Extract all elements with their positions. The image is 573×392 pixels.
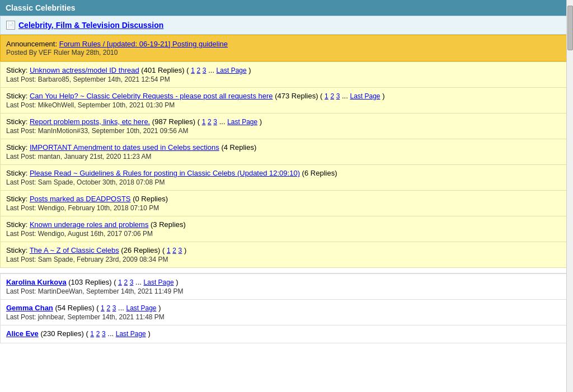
sticky-title-2[interactable]: Can You Help? ~ Classic Celebrity Reques…: [30, 92, 273, 100]
last-post-7: Last Post: Wendigo, August 16th, 2017 07…: [6, 230, 567, 238]
page-link[interactable]: 3: [102, 330, 106, 338]
thread-row-2: Gemma Chan (54 Replies) ( 1 2 3 ... Last…: [0, 300, 573, 325]
sticky-title-3[interactable]: Report problem posts, links, etc here.: [30, 117, 150, 126]
sticky-label-6: Sticky:: [6, 195, 30, 203]
sticky-title-8[interactable]: The A ~ Z of Classic Celebs: [30, 246, 119, 254]
thread-last-post-1: Last Post: MartinDeeWan, September 14th,…: [6, 287, 567, 295]
page-link[interactable]: 1: [118, 278, 122, 286]
last-post-3: Last Post: ManInMotion#33, September 10t…: [6, 127, 567, 135]
sticky-label-4: Sticky:: [6, 143, 30, 152]
sticky-label-5: Sticky:: [6, 169, 30, 177]
page-links-1: 1 2 3 ... Last Page: [191, 66, 248, 74]
thread-page-links-1: 1 2 3 ... Last Page: [118, 278, 176, 286]
sticky-row-1: Sticky: Unknown actress/model ID thread …: [0, 62, 573, 88]
page-icon: 📄: [6, 21, 15, 30]
page-link[interactable]: 1: [191, 67, 195, 74]
last-post-8: Last Post: Sam Spade, February 23rd, 200…: [6, 256, 567, 263]
section-header: Classic Celebrities: [0, 0, 573, 16]
sticky-row-4: Sticky: IMPORTANT Amendment to dates use…: [0, 139, 573, 165]
page-link[interactable]: 1: [167, 247, 171, 254]
sticky-title-4[interactable]: IMPORTANT Amendment to dates used in Cel…: [30, 143, 219, 152]
announcement-posted-by: Posted By VEF Ruler May 28th, 2010: [6, 49, 118, 56]
page-link[interactable]: 2: [124, 278, 128, 286]
last-post-5: Last Post: Sam Spade, October 30th, 2018…: [6, 178, 567, 186]
thread-page-links-2: 1 2 3 ... Last Page: [101, 304, 158, 312]
stickies-container: Sticky: Unknown actress/model ID thread …: [0, 62, 573, 268]
thread-title-2[interactable]: Gemma Chan: [6, 304, 53, 312]
last-page-link[interactable]: Last Page: [217, 67, 247, 74]
page-link[interactable]: 2: [96, 330, 100, 338]
page-link[interactable]: 1: [90, 330, 94, 338]
thread-title-1[interactable]: Karolina Kurkova: [6, 278, 67, 286]
sticky-label-1: Sticky:: [6, 66, 30, 74]
sticky-row-7: Sticky: Known underage roles and problem…: [0, 216, 573, 242]
last-post-6: Last Post: Wendigo, February 10th, 2018 …: [6, 204, 567, 212]
last-post-1: Last Post: Barbaro85, September 14th, 20…: [6, 75, 567, 83]
page-link[interactable]: 2: [197, 67, 201, 74]
sub-header: 📄 Celebrity, Film & Television Discussio…: [0, 16, 573, 35]
last-page-link[interactable]: Last Page: [350, 92, 380, 100]
page-link[interactable]: 2: [330, 92, 334, 100]
thread-row-1: Karolina Kurkova (103 Replies) ( 1 2 3 .…: [0, 273, 573, 300]
page-link[interactable]: 2: [106, 304, 110, 312]
scrollbar[interactable]: [566, 0, 573, 392]
page-link[interactable]: 3: [179, 247, 182, 254]
thread-row-3: Alice Eve (230 Replies) ( 1 2 3 ... Last…: [0, 325, 573, 343]
page-link[interactable]: 1: [101, 304, 105, 312]
last-post-4: Last Post: mantan, January 21st, 2020 11…: [6, 153, 567, 160]
sticky-title-1[interactable]: Unknown actress/model ID thread: [30, 66, 139, 74]
sticky-row-2: Sticky: Can You Help? ~ Classic Celebrit…: [0, 88, 573, 114]
page-link[interactable]: 3: [336, 92, 340, 100]
last-page-link[interactable]: Last Page: [227, 118, 257, 126]
announcement-label: Announcement:: [6, 40, 57, 48]
subforum-link[interactable]: Celebrity, Film & Television Discussion: [18, 21, 163, 30]
sticky-label-3: Sticky:: [6, 117, 30, 126]
last-page-link[interactable]: Last Page: [144, 278, 174, 286]
spacer: [0, 268, 573, 273]
page-links-8: 1 2 3: [167, 246, 184, 254]
page-link[interactable]: 3: [130, 278, 134, 286]
announcement-link[interactable]: Forum Rules / [updated: 06-19-21] Postin…: [59, 40, 228, 48]
sticky-row-5: Sticky: Please Read ~ Guidelines & Rules…: [0, 165, 573, 191]
scrollbar-thumb[interactable]: [567, 6, 573, 50]
thread-page-links-3: 1 2 3 ... Last Page: [90, 329, 148, 338]
sticky-label-2: Sticky:: [6, 92, 30, 100]
page-link[interactable]: 2: [172, 247, 176, 254]
sticky-title-7[interactable]: Known underage roles and problems: [30, 220, 148, 229]
sticky-row-3: Sticky: Report problem posts, links, etc…: [0, 114, 573, 139]
page-link[interactable]: 1: [202, 118, 206, 126]
announcement-row: Announcement: Forum Rules / [updated: 06…: [0, 35, 573, 62]
page-links-3: 1 2 3 ... Last Page: [202, 117, 260, 126]
sticky-row-8: Sticky: The A ~ Z of Classic Celebs (26 …: [0, 242, 573, 268]
page-link[interactable]: 1: [325, 92, 328, 100]
page-link[interactable]: 2: [208, 118, 212, 126]
last-page-link[interactable]: Last Page: [116, 330, 146, 338]
page-link[interactable]: 3: [112, 304, 116, 312]
thread-title-3[interactable]: Alice Eve: [6, 329, 39, 338]
sticky-label-8: Sticky:: [6, 246, 30, 254]
sticky-title-6[interactable]: Posts marked as DEADPOSTS: [30, 195, 131, 203]
sticky-label-7: Sticky:: [6, 220, 30, 229]
thread-last-post-2: Last Post: johnbear, September 14th, 202…: [6, 313, 567, 321]
threads-container: Karolina Kurkova (103 Replies) ( 1 2 3 .…: [0, 273, 573, 343]
page-link[interactable]: 3: [213, 118, 217, 126]
section-title: Classic Celebrities: [6, 3, 76, 12]
page-link[interactable]: 3: [203, 67, 206, 74]
sticky-title-5[interactable]: Please Read ~ Guidelines & Rules for pos…: [30, 169, 300, 177]
page-links-2: 1 2 3 ... Last Page: [325, 92, 382, 100]
last-post-2: Last Post: MikeOhWell, September 10th, 2…: [6, 101, 567, 109]
reply-count-1: (401 Replies) (: [141, 66, 191, 74]
last-page-link[interactable]: Last Page: [126, 304, 156, 312]
sticky-row-6: Sticky: Posts marked as DEADPOSTS (0 Rep…: [0, 191, 573, 216]
